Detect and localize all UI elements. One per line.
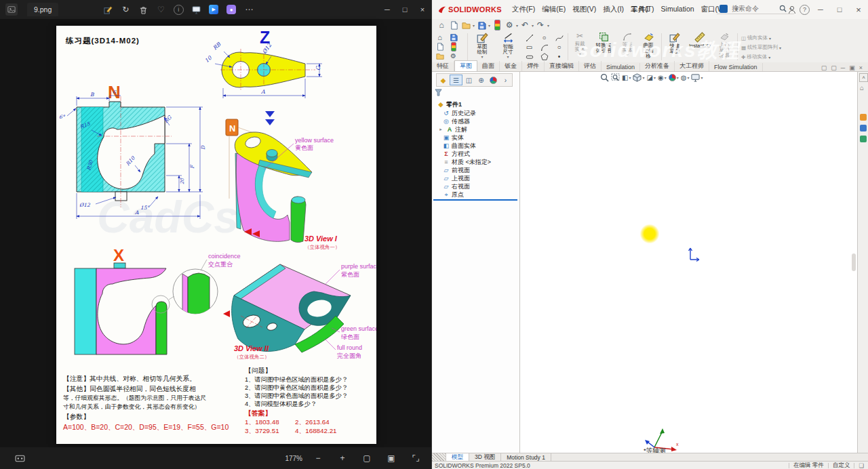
home-icon[interactable]: ⌂ [435,33,445,41]
command-search[interactable]: ▾ [717,3,794,14]
convert-entities-button[interactable]: 转换实 体引用 [591,32,616,54]
apply-scene-icon[interactable]: ◍▾ [681,74,690,81]
smart-dimension-button[interactable]: 智能 尺寸▾ [496,32,520,60]
tab-flow-simulation[interactable]: Flow Simulation [709,63,763,71]
minimize-button[interactable]: ─ [812,2,829,17]
rotate-icon[interactable]: ↻ [118,2,133,17]
new-document-icon[interactable] [448,20,459,30]
arc-tool-icon[interactable] [539,43,549,52]
tree-root[interactable]: ◆ 零件1 [437,100,462,108]
close-button[interactable]: × [850,2,867,17]
polygon-tool-icon[interactable] [539,52,549,61]
tree-item-equations[interactable]: Σ方程式 [443,150,470,158]
image-tab[interactable]: 9.png [27,3,58,16]
fullscreen-icon[interactable]: ⌜⌟ [408,451,423,466]
hide-show-items-icon[interactable]: ◉▾ [658,74,667,81]
tab-weldments[interactable]: 焊件 [522,61,545,71]
zoom-in-icon[interactable]: + [335,451,350,466]
clipchamp-icon[interactable]: ▶ [206,2,221,17]
task-pane-expand-icon[interactable]: ˄ [859,73,868,82]
circle-tool-icon[interactable]: ○ [539,33,549,42]
actual-size-icon[interactable]: ▣ [384,451,399,466]
zoom-out-icon[interactable]: − [311,451,326,466]
rectangle-tool-icon[interactable]: ▭ [524,43,534,52]
doc-cascade-icon[interactable]: ▢ [831,64,837,71]
tree-item-solid-bodies[interactable]: ▣实体 [443,134,464,142]
task-pane-resources-icon[interactable] [860,114,867,121]
dimxpert-tab-icon[interactable]: ⊕ [475,75,487,85]
save-icon[interactable] [448,33,458,41]
tree-item-sensors[interactable]: ◎传感器 [443,117,470,125]
tab-scroll-handle[interactable] [432,453,446,461]
slideshow-icon[interactable] [189,2,203,17]
instant2d-button[interactable]: Instant2D [687,32,713,49]
tab-analysis-prep[interactable]: 分析准备 [640,61,675,71]
tree-filter-icon[interactable] [435,87,442,99]
tree-item-surface-bodies[interactable]: ◧曲面实体 [443,142,476,150]
maximize-button[interactable]: □ [396,1,414,18]
minimize-button[interactable]: ─ [378,1,396,18]
tab-evaluate[interactable]: 评估 [579,61,601,71]
edit-image-icon[interactable] [100,2,115,17]
undo-icon[interactable]: ↶ [519,20,530,30]
tab-simulation[interactable]: Simulation [601,63,640,71]
tab-model[interactable]: 模型 [446,453,469,461]
tree-item-annotations[interactable]: ▸A注解 [437,125,467,134]
new-document-icon[interactable] [435,42,445,51]
doc-maximize-icon[interactable]: ▣ [849,64,855,71]
tab-sheet-metal[interactable]: 钣金 [500,61,522,71]
feature-manager-tab-icon[interactable]: ◆ [437,75,449,85]
panel-expand-icon[interactable]: › [500,75,511,85]
spline-tool-icon[interactable] [554,33,564,42]
tree-item-origin[interactable]: ⌖原点 [443,190,464,199]
open-icon[interactable] [435,52,445,60]
search-caret-icon[interactable]: ▾ [789,6,791,11]
designer-icon[interactable]: ● [224,2,239,17]
edit-appearance-icon[interactable]: ▾ [669,74,679,81]
redo-icon[interactable]: ↷ [535,20,546,30]
status-tag-icon[interactable]: ❏ [859,462,864,469]
delete-icon[interactable] [136,2,151,17]
zoom-to-fit-icon[interactable] [600,73,609,82]
task-pane-appearances-icon[interactable] [860,136,867,142]
close-button[interactable]: × [414,1,431,18]
tab-motion-study[interactable]: Motion Study 1 [501,453,551,461]
open-caret-icon[interactable]: ▾ [473,23,475,28]
open-icon[interactable] [460,20,471,30]
menu-view[interactable]: 视图(V) [569,5,599,14]
menu-edit[interactable]: 编辑(E) [538,5,569,14]
ellipse-tool-icon[interactable]: ○ [554,43,564,52]
tab-engineer[interactable]: 大工程师 [675,61,709,71]
settings-caret-icon[interactable]: ▾ [516,23,518,28]
offset-on-surface-button[interactable]: 曲面 上偏 移 [638,32,658,59]
tab-surfaces[interactable]: 曲面 [477,61,500,71]
task-pane-home-icon[interactable]: ⌂ [860,84,864,91]
view-orientation-icon[interactable]: ▾ [633,73,644,82]
doc-close-icon[interactable]: × [859,64,863,71]
doc-restore-icon[interactable]: ▢ [821,64,827,71]
zoom-to-area-icon[interactable] [611,73,620,82]
panel-splitter-handle[interactable] [852,253,856,271]
save-icon[interactable] [476,20,487,30]
display-manager-tab-icon[interactable] [488,75,499,85]
search-icon[interactable] [779,5,787,12]
sketch-button[interactable]: 草图 绘制▾ [470,32,494,60]
tree-tab-icon[interactable]: ☰ [450,75,462,85]
expand-icon[interactable]: ▸ [437,127,444,132]
favorite-icon[interactable]: ♡ [153,2,168,17]
undo-caret-icon[interactable]: ▾ [532,23,534,28]
search-input[interactable] [730,4,776,13]
tab-direct-editing[interactable]: 直接编辑 [545,61,579,71]
fit-to-window-icon[interactable]: ▢ [359,451,374,466]
graphics-area[interactable]: ◧▾ ▾ ◪▾ ◉▾ ▾ ◍▾ ▾ x [520,72,857,453]
save-caret-icon[interactable]: ▾ [488,23,490,28]
tree-item-material[interactable]: ≡材质 <未指定> [443,158,491,166]
menu-file[interactable]: 文件(F) [509,5,538,14]
rebuild-traffic-light-icon[interactable] [492,20,502,30]
rollback-bar[interactable] [433,199,517,201]
rebuild-traffic-light-icon[interactable] [448,42,458,51]
maximize-button[interactable]: □ [831,2,848,17]
tree-item-history[interactable]: ↺历史记录 [443,109,476,117]
tree-item-right-plane[interactable]: ▱右视面 [443,182,470,190]
line-tool-icon[interactable] [524,33,534,42]
